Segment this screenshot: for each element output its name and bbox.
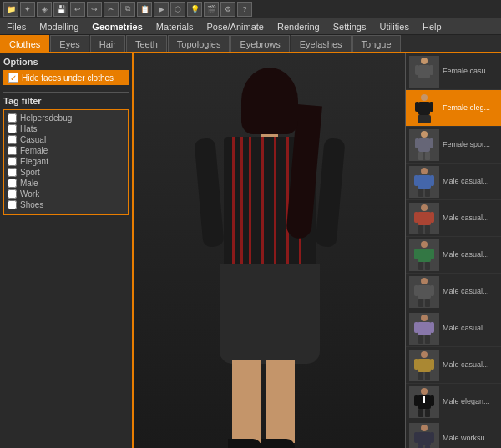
toolbar-icon-copy[interactable]: ⧉ xyxy=(120,2,135,17)
toolbar-icon-new[interactable]: ✦ xyxy=(20,2,35,17)
outfit-item-female-casual[interactable]: Female casu... xyxy=(406,53,501,90)
filter-female-label: Female xyxy=(20,146,48,155)
filter-helpersdebug[interactable]: Helpersdebug xyxy=(8,113,124,123)
filter-sport[interactable]: Sport xyxy=(8,168,124,177)
toolbar-icon-paste[interactable]: 📋 xyxy=(137,2,152,17)
toolbar-icon-save[interactable]: 💾 xyxy=(53,2,68,17)
menu-geometries[interactable]: Geometries xyxy=(85,18,149,35)
filter-elegant-checkbox[interactable] xyxy=(8,157,17,166)
char-leg-left xyxy=(232,360,261,443)
filter-male-checkbox[interactable] xyxy=(8,179,17,188)
toolbar-icon-light[interactable]: 💡 xyxy=(187,2,202,17)
toolbar-icon-scene[interactable]: 🎬 xyxy=(204,2,219,17)
hide-faces-button[interactable]: ✓ Hide faces under clothes xyxy=(3,70,129,85)
outfit-label-male-casual-2: Male casual... xyxy=(443,214,489,223)
menu-help[interactable]: Help xyxy=(416,18,448,35)
tab-hair[interactable]: Hair xyxy=(90,35,125,52)
outfit-item-male-casual-6[interactable]: Male casual... xyxy=(406,347,501,384)
menu-materials[interactable]: Materials xyxy=(149,18,200,35)
outfit-label-male-casual-1: Male casual... xyxy=(443,177,489,186)
menu-pose-animate[interactable]: Pose/Animate xyxy=(200,18,270,35)
outfit-item-male-elegant[interactable]: Male elegan... xyxy=(406,384,501,420)
filter-hats[interactable]: Hats xyxy=(8,124,124,133)
char-hair xyxy=(241,68,298,134)
toolbar: 📁 ✦ ◈ 💾 ↩ ↪ ✂ ⧉ 📋 ▶ ⬡ 💡 🎬 ⚙ ? xyxy=(0,0,501,18)
outfit-item-male-worksuit[interactable]: Male worksu... xyxy=(406,420,501,448)
outfit-thumb-male-casual-1 xyxy=(409,166,439,198)
svg-point-53 xyxy=(421,388,428,395)
svg-rect-43 xyxy=(414,322,418,333)
svg-rect-9 xyxy=(429,102,433,112)
toolbar-icon-file[interactable]: 📁 xyxy=(3,2,18,17)
tabbar: Clothes Eyes Hair Teeth Topologies Eyebr… xyxy=(0,35,501,53)
svg-rect-15 xyxy=(418,152,423,160)
toolbar-icon-open[interactable]: ◈ xyxy=(37,2,52,17)
filter-work-checkbox[interactable] xyxy=(8,189,17,199)
svg-rect-56 xyxy=(430,395,434,406)
svg-rect-34 xyxy=(425,262,430,270)
svg-point-41 xyxy=(421,315,428,321)
outfit-label-female-casual: Female casu... xyxy=(443,67,492,76)
toolbar-icon-help[interactable]: ? xyxy=(237,2,252,17)
outfit-item-male-casual-3[interactable]: Male casual... xyxy=(406,237,501,274)
outfit-item-male-casual-5[interactable]: Male casual... xyxy=(406,310,501,347)
filter-hats-label: Hats xyxy=(20,124,38,133)
svg-rect-18 xyxy=(418,175,431,189)
filter-elegant[interactable]: Elegant xyxy=(8,157,124,166)
svg-rect-26 xyxy=(430,212,434,223)
tab-topologies[interactable]: Topologies xyxy=(168,35,230,52)
filter-sport-label: Sport xyxy=(20,168,40,177)
outfit-item-male-casual-1[interactable]: Male casual... xyxy=(406,164,501,200)
outfit-item-female-sport[interactable]: Female spor... xyxy=(406,127,501,164)
outfit-item-male-casual-4[interactable]: Male casual... xyxy=(406,274,501,310)
tab-teeth[interactable]: Teeth xyxy=(126,35,167,52)
svg-rect-25 xyxy=(414,212,418,223)
filter-sport-checkbox[interactable] xyxy=(8,168,17,177)
menu-rendering[interactable]: Rendering xyxy=(271,18,326,35)
tab-eyelashes[interactable]: Eyelashes xyxy=(291,35,352,52)
toolbar-icon-settings[interactable]: ⚙ xyxy=(220,2,235,17)
filter-male[interactable]: Male xyxy=(8,179,124,188)
filter-work[interactable]: Work xyxy=(8,189,124,199)
svg-rect-22 xyxy=(425,189,430,197)
svg-rect-12 xyxy=(418,138,430,152)
character-figure xyxy=(178,72,362,430)
filter-helpersdebug-checkbox[interactable] xyxy=(8,113,17,123)
char-arm-left xyxy=(194,138,224,248)
filter-casual-checkbox[interactable] xyxy=(8,135,17,144)
toolbar-icon-redo[interactable]: ↪ xyxy=(87,2,102,17)
menu-settings[interactable]: Settings xyxy=(326,18,373,35)
tab-clothes[interactable]: Clothes xyxy=(0,35,49,52)
outfit-thumb-male-worksuit xyxy=(409,423,439,449)
svg-rect-5 xyxy=(425,78,430,87)
outfit-item-female-elegant[interactable]: Female eleg... xyxy=(406,90,501,127)
svg-rect-59 xyxy=(423,396,425,403)
filter-hats-checkbox[interactable] xyxy=(8,124,17,133)
char-stripe-4 xyxy=(261,137,264,266)
toolbar-icon-undo[interactable]: ↩ xyxy=(70,2,85,17)
outfit-item-male-casual-2[interactable]: Male casual... xyxy=(406,200,501,237)
tab-eyes[interactable]: Eyes xyxy=(50,35,89,52)
outfit-thumb-male-casual-2 xyxy=(409,203,439,234)
filter-female[interactable]: Female xyxy=(8,146,124,155)
filter-shoes[interactable]: Shoes xyxy=(8,200,124,209)
outfit-thumb-male-casual-3 xyxy=(409,239,439,271)
viewport[interactable] xyxy=(134,53,405,448)
menu-modelling[interactable]: Modelling xyxy=(33,18,85,35)
toolbar-icon-render[interactable]: ▶ xyxy=(154,2,169,17)
left-panel: Options ✓ Hide faces under clothes Tag f… xyxy=(0,53,134,448)
filter-shoes-checkbox[interactable] xyxy=(8,200,17,209)
filter-casual[interactable]: Casual xyxy=(8,135,124,144)
menu-files[interactable]: Files xyxy=(0,18,33,35)
toolbar-icon-mesh[interactable]: ⬡ xyxy=(170,2,185,17)
svg-rect-20 xyxy=(430,175,434,186)
tab-tongue[interactable]: Tongue xyxy=(352,35,401,52)
char-stripe-5 xyxy=(274,137,276,266)
svg-rect-48 xyxy=(418,359,431,372)
toolbar-icon-cut[interactable]: ✂ xyxy=(104,2,119,17)
svg-rect-50 xyxy=(430,359,434,370)
char-arm-right xyxy=(315,138,345,248)
tab-eyebrows[interactable]: Eyebrows xyxy=(230,35,289,52)
menu-utilities[interactable]: Utilities xyxy=(372,18,415,35)
filter-female-checkbox[interactable] xyxy=(8,146,17,155)
